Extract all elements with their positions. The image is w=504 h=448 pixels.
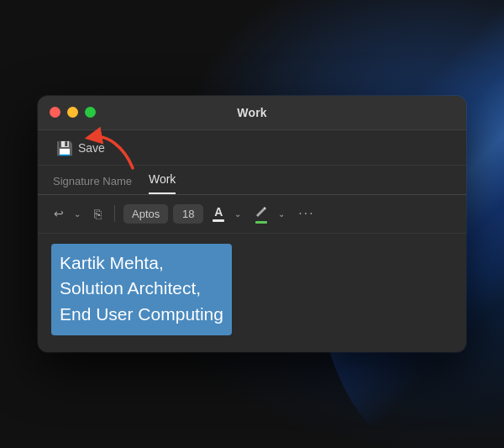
tab-signature-name[interactable]: Signature Name	[53, 175, 132, 194]
text-color-underline	[213, 219, 224, 222]
highlight-button[interactable]	[250, 202, 272, 226]
save-icon: 💾	[56, 140, 73, 156]
minimize-button[interactable]	[67, 107, 78, 118]
toolbar: 💾 Save	[38, 130, 466, 166]
font-name: Aptos	[132, 208, 160, 220]
titlebar: Work	[38, 96, 466, 130]
editor-line-3: End User Computing	[60, 302, 223, 327]
highlight-color-bar	[255, 221, 267, 224]
undo-group: ↩ ⌄	[50, 204, 85, 223]
maximize-button[interactable]	[85, 107, 96, 118]
more-options-button[interactable]: ···	[294, 203, 318, 224]
text-color-button[interactable]: A	[208, 203, 228, 224]
window-title: Work	[237, 106, 267, 119]
highlight-dropdown[interactable]: ⌄	[274, 207, 289, 221]
format-bar: ↩ ⌄ ⎘ Aptos A ⌄	[38, 195, 466, 234]
undo-icon: ↩	[54, 207, 64, 220]
text-color-group: A ⌄	[208, 203, 245, 224]
font-selector-button[interactable]: Aptos	[123, 204, 168, 224]
undo-button[interactable]: ↩	[50, 204, 68, 223]
editor-line-2: Solution Architect,	[60, 276, 223, 301]
tabs-area: Signature Name Work	[38, 166, 466, 195]
clipboard-button[interactable]: ⎘	[90, 204, 106, 224]
undo-chevron-icon: ⌄	[74, 209, 81, 219]
font-size-input[interactable]	[173, 204, 203, 224]
save-button[interactable]: 💾 Save	[53, 139, 108, 158]
traffic-lights	[50, 107, 96, 118]
font-size-group	[173, 204, 203, 224]
highlight-chevron: ⌄	[278, 209, 285, 219]
save-label: Save	[78, 141, 105, 155]
highlight-icon	[255, 204, 268, 220]
text-color-dropdown[interactable]: ⌄	[230, 207, 245, 221]
editor-line-1: Kartik Mehta,	[60, 250, 223, 276]
undo-dropdown-button[interactable]: ⌄	[70, 207, 85, 221]
tab-work[interactable]: Work	[149, 172, 176, 194]
selected-text-block: Kartik Mehta, Solution Architect, End Us…	[51, 244, 232, 335]
editor-area[interactable]: Kartik Mehta, Solution Architect, End Us…	[38, 234, 466, 352]
clipboard-icon: ⎘	[94, 207, 102, 221]
text-color-letter: A	[214, 205, 223, 219]
highlight-group: ⌄	[250, 202, 289, 226]
more-options-icon: ···	[298, 206, 314, 221]
divider-1	[114, 205, 115, 222]
window: Work 💾 Save Signature Name Work ↩	[38, 96, 466, 352]
text-color-chevron: ⌄	[234, 209, 241, 219]
close-button[interactable]	[50, 107, 60, 118]
